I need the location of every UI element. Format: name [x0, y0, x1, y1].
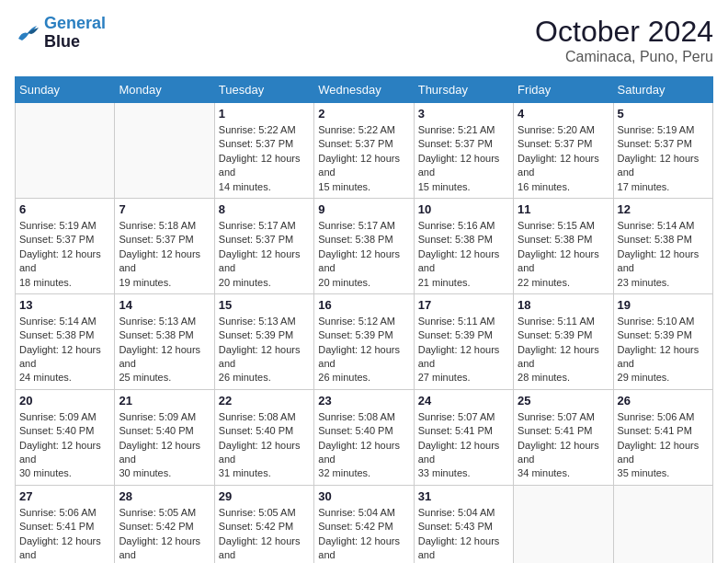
day-number: 7	[119, 202, 210, 216]
day-info: Sunrise: 5:12 AMSunset: 5:39 PMDaylight:…	[318, 315, 409, 385]
calendar-cell	[16, 103, 115, 199]
logo-icon	[15, 22, 40, 44]
weekday-header: Saturday	[613, 77, 712, 103]
logo-text: General Blue	[44, 15, 106, 52]
weekday-header: Thursday	[414, 77, 513, 103]
day-number: 4	[518, 107, 609, 121]
calendar-row: 1Sunrise: 5:22 AMSunset: 5:37 PMDaylight…	[16, 103, 713, 199]
calendar-cell	[613, 485, 712, 563]
day-number: 24	[418, 394, 509, 408]
day-info: Sunrise: 5:13 AMSunset: 5:38 PMDaylight:…	[119, 315, 210, 385]
calendar-cell: 2Sunrise: 5:22 AMSunset: 5:37 PMDaylight…	[314, 103, 414, 199]
calendar-cell: 24Sunrise: 5:07 AMSunset: 5:41 PMDayligh…	[414, 389, 513, 485]
day-info: Sunrise: 5:22 AMSunset: 5:37 PMDaylight:…	[318, 123, 409, 194]
day-info: Sunrise: 5:11 AMSunset: 5:39 PMDaylight:…	[518, 315, 609, 385]
calendar-cell: 28Sunrise: 5:05 AMSunset: 5:42 PMDayligh…	[115, 485, 214, 563]
calendar-cell: 3Sunrise: 5:21 AMSunset: 5:37 PMDaylight…	[414, 103, 513, 199]
day-number: 16	[318, 298, 409, 312]
calendar-cell: 15Sunrise: 5:13 AMSunset: 5:39 PMDayligh…	[214, 293, 313, 389]
calendar-cell: 12Sunrise: 5:14 AMSunset: 5:38 PMDayligh…	[613, 198, 712, 293]
calendar-cell: 16Sunrise: 5:12 AMSunset: 5:39 PMDayligh…	[314, 293, 414, 389]
day-info: Sunrise: 5:04 AMSunset: 5:43 PMDaylight:…	[418, 506, 509, 563]
calendar-cell: 22Sunrise: 5:08 AMSunset: 5:40 PMDayligh…	[214, 389, 313, 485]
calendar-cell: 26Sunrise: 5:06 AMSunset: 5:41 PMDayligh…	[613, 389, 712, 485]
day-number: 2	[318, 107, 409, 121]
day-info: Sunrise: 5:06 AMSunset: 5:41 PMDaylight:…	[618, 410, 709, 481]
calendar-cell: 11Sunrise: 5:15 AMSunset: 5:38 PMDayligh…	[514, 198, 613, 293]
calendar-cell: 29Sunrise: 5:05 AMSunset: 5:42 PMDayligh…	[214, 485, 313, 563]
weekday-header-row: SundayMondayTuesdayWednesdayThursdayFrid…	[16, 77, 713, 103]
calendar-cell: 23Sunrise: 5:08 AMSunset: 5:40 PMDayligh…	[314, 389, 414, 485]
calendar-cell: 17Sunrise: 5:11 AMSunset: 5:39 PMDayligh…	[414, 293, 513, 389]
day-number: 21	[119, 394, 210, 408]
calendar-cell: 8Sunrise: 5:17 AMSunset: 5:37 PMDaylight…	[214, 198, 313, 293]
day-info: Sunrise: 5:05 AMSunset: 5:42 PMDaylight:…	[119, 506, 210, 563]
calendar-cell: 18Sunrise: 5:11 AMSunset: 5:39 PMDayligh…	[514, 293, 613, 389]
day-info: Sunrise: 5:07 AMSunset: 5:41 PMDaylight:…	[418, 410, 509, 481]
day-number: 26	[618, 394, 709, 408]
logo-line1: General	[44, 14, 106, 32]
page-header: General Blue October 2024 Caminaca, Puno…	[15, 15, 713, 65]
day-number: 15	[219, 298, 310, 312]
day-number: 14	[119, 298, 210, 312]
calendar-row: 13Sunrise: 5:14 AMSunset: 5:38 PMDayligh…	[16, 293, 713, 389]
calendar-cell: 13Sunrise: 5:14 AMSunset: 5:38 PMDayligh…	[16, 293, 115, 389]
day-number: 30	[318, 489, 409, 503]
logo: General Blue	[15, 15, 106, 52]
day-info: Sunrise: 5:20 AMSunset: 5:37 PMDaylight:…	[518, 123, 609, 194]
day-info: Sunrise: 5:17 AMSunset: 5:38 PMDaylight:…	[318, 219, 409, 290]
calendar-cell: 6Sunrise: 5:19 AMSunset: 5:37 PMDaylight…	[16, 198, 115, 293]
day-number: 27	[19, 489, 110, 503]
day-info: Sunrise: 5:19 AMSunset: 5:37 PMDaylight:…	[618, 123, 709, 194]
day-info: Sunrise: 5:15 AMSunset: 5:38 PMDaylight:…	[518, 219, 609, 290]
calendar-row: 20Sunrise: 5:09 AMSunset: 5:40 PMDayligh…	[16, 389, 713, 485]
day-number: 29	[219, 489, 310, 503]
calendar-cell: 20Sunrise: 5:09 AMSunset: 5:40 PMDayligh…	[16, 389, 115, 485]
weekday-header: Wednesday	[314, 77, 414, 103]
weekday-header: Friday	[514, 77, 613, 103]
day-number: 9	[318, 202, 409, 216]
day-number: 12	[618, 202, 709, 216]
day-number: 18	[518, 298, 609, 312]
day-number: 10	[418, 202, 509, 216]
day-info: Sunrise: 5:22 AMSunset: 5:37 PMDaylight:…	[219, 123, 310, 194]
day-info: Sunrise: 5:10 AMSunset: 5:39 PMDaylight:…	[618, 315, 709, 385]
calendar-cell	[514, 485, 613, 563]
day-number: 28	[119, 489, 210, 503]
day-info: Sunrise: 5:18 AMSunset: 5:37 PMDaylight:…	[119, 219, 210, 290]
day-info: Sunrise: 5:09 AMSunset: 5:40 PMDaylight:…	[119, 410, 210, 481]
calendar-cell: 5Sunrise: 5:19 AMSunset: 5:37 PMDaylight…	[613, 103, 712, 199]
calendar-cell: 31Sunrise: 5:04 AMSunset: 5:43 PMDayligh…	[414, 485, 513, 563]
day-info: Sunrise: 5:08 AMSunset: 5:40 PMDaylight:…	[318, 410, 409, 481]
calendar-cell: 25Sunrise: 5:07 AMSunset: 5:41 PMDayligh…	[514, 389, 613, 485]
day-number: 19	[618, 298, 709, 312]
weekday-header: Sunday	[16, 77, 115, 103]
day-info: Sunrise: 5:04 AMSunset: 5:42 PMDaylight:…	[318, 506, 409, 563]
day-number: 8	[219, 202, 310, 216]
day-info: Sunrise: 5:07 AMSunset: 5:41 PMDaylight:…	[518, 410, 609, 481]
day-number: 20	[19, 394, 110, 408]
day-number: 31	[418, 489, 509, 503]
day-number: 11	[518, 202, 609, 216]
day-info: Sunrise: 5:14 AMSunset: 5:38 PMDaylight:…	[618, 219, 709, 290]
calendar-cell: 30Sunrise: 5:04 AMSunset: 5:42 PMDayligh…	[314, 485, 414, 563]
day-number: 6	[19, 202, 110, 216]
calendar-cell	[115, 103, 214, 199]
calendar-cell: 4Sunrise: 5:20 AMSunset: 5:37 PMDaylight…	[514, 103, 613, 199]
calendar-cell: 21Sunrise: 5:09 AMSunset: 5:40 PMDayligh…	[115, 389, 214, 485]
day-info: Sunrise: 5:13 AMSunset: 5:39 PMDaylight:…	[219, 315, 310, 385]
calendar-row: 27Sunrise: 5:06 AMSunset: 5:41 PMDayligh…	[16, 485, 713, 563]
weekday-header: Tuesday	[214, 77, 313, 103]
day-number: 17	[418, 298, 509, 312]
day-info: Sunrise: 5:16 AMSunset: 5:38 PMDaylight:…	[418, 219, 509, 290]
location-subtitle: Caminaca, Puno, Peru	[535, 49, 713, 65]
day-info: Sunrise: 5:19 AMSunset: 5:37 PMDaylight:…	[19, 219, 110, 290]
day-info: Sunrise: 5:09 AMSunset: 5:40 PMDaylight:…	[19, 410, 110, 481]
day-number: 13	[19, 298, 110, 312]
day-info: Sunrise: 5:05 AMSunset: 5:42 PMDaylight:…	[219, 506, 310, 563]
day-number: 23	[318, 394, 409, 408]
calendar-cell: 7Sunrise: 5:18 AMSunset: 5:37 PMDaylight…	[115, 198, 214, 293]
day-info: Sunrise: 5:06 AMSunset: 5:41 PMDaylight:…	[19, 506, 110, 563]
calendar-cell: 19Sunrise: 5:10 AMSunset: 5:39 PMDayligh…	[613, 293, 712, 389]
weekday-header: Monday	[115, 77, 214, 103]
